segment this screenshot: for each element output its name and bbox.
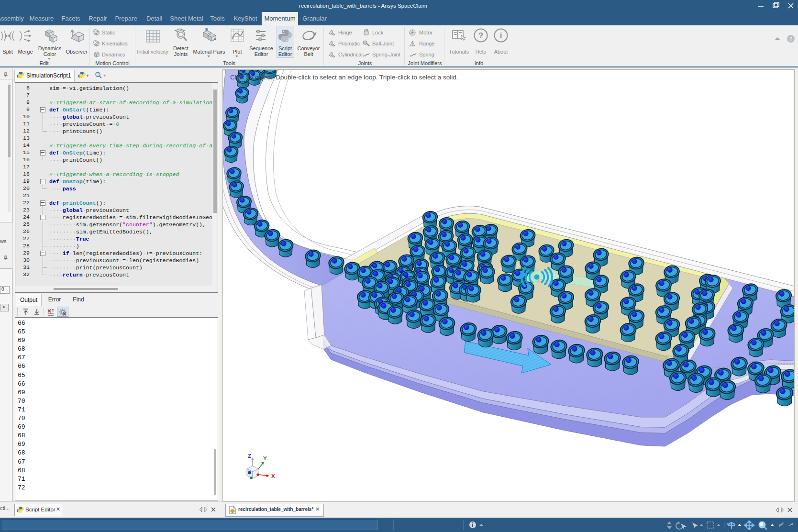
svg-text:K: K: [94, 40, 97, 45]
svg-text:?: ?: [478, 31, 483, 40]
svg-text:?: ?: [789, 36, 793, 42]
svg-text:A: A: [213, 37, 216, 41]
svg-text:S: S: [94, 29, 97, 34]
svg-text:Y: Y: [263, 455, 267, 461]
svg-text:Z: Z: [248, 453, 251, 459]
svg-text:B: B: [205, 28, 208, 32]
svg-text:X: X: [271, 473, 275, 479]
svg-text:i: i: [500, 31, 502, 40]
svg-text:Click an object. Double-click: Click an object. Double-click to select …: [230, 74, 458, 81]
